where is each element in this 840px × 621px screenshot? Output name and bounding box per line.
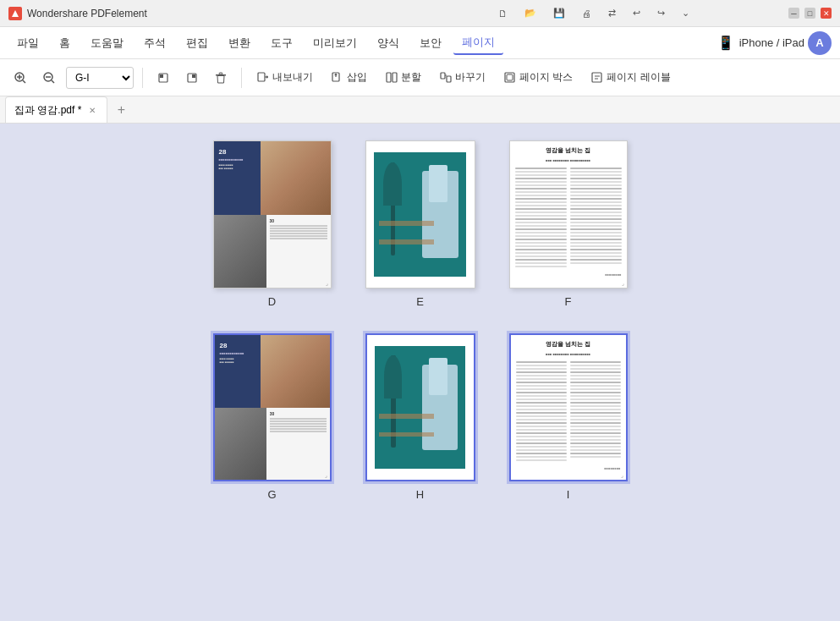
page-label-H: H [416,488,424,501]
svg-rect-13 [219,73,222,74]
page-thumb-G[interactable]: 28 ■■■■■■■■■■■■ ■■■■ ■■■■■ ■■■ ■■■■■■ 30 [213,333,332,481]
page-corner-G: ⌟ [325,472,327,478]
undo-btn[interactable]: ↩ [633,8,640,19]
menu-tools[interactable]: 도구 [262,32,301,54]
tab-label: 집과 영감.pdf * [14,103,81,118]
page-label-btn[interactable]: 페이지 레이블 [585,68,677,87]
page-thumb-H[interactable] [365,333,475,481]
page-h-image [375,346,465,469]
replace-btn[interactable]: 바꾸기 [433,68,492,87]
page-d-bottom-text: 30 [266,215,331,289]
page-g-top: 28 ■■■■■■■■■■■■ ■■■■ ■■■■■ ■■■ ■■■■■■ [215,335,330,408]
rotate-left-btn[interactable] [151,66,175,90]
page-label-G: G [267,488,276,501]
page-label-label: 페이지 레이블 [607,70,670,85]
page-item-G: 28 ■■■■■■■■■■■■ ■■■■ ■■■■■ ■■■ ■■■■■■ 30 [213,333,332,501]
menu-style[interactable]: 양식 [369,32,408,54]
menu-comment[interactable]: 주석 [135,32,174,54]
save-btn[interactable]: 💾 [553,8,565,19]
split-label: 분할 [401,70,421,85]
iphone-icon: 📱 [717,35,734,51]
insert-btn[interactable]: 삽입 [325,68,374,87]
split-btn[interactable]: 분할 [379,68,428,87]
page-item-I: 영감을 넘치는 집 ■■■ ■■■■■■■■ ■■■■■■■■■■ [509,333,628,501]
page-e-image [374,152,466,277]
svg-line-7 [52,80,54,83]
page-i-col2 [570,361,621,463]
page-row-2: 28 ■■■■■■■■■■■■ ■■■■ ■■■■■ ■■■ ■■■■■■ 30 [34,333,806,501]
page-label-D: D [268,295,276,308]
separator-2 [241,68,242,88]
menu-preview[interactable]: 미리보기 [305,32,365,54]
page-item-H: H [365,333,475,501]
page-f-signature: ■■■■■■■■ [515,272,622,277]
tab-main[interactable]: 집과 영감.pdf * ✕ [5,96,107,123]
page-i-title: 영감을 넘치는 집 [516,340,621,349]
menu-convert[interactable]: 변환 [220,32,259,54]
tab-add-btn[interactable]: + [111,100,131,120]
dropdown-btn[interactable]: ⌄ [682,8,689,19]
menu-edit[interactable]: 편집 [178,32,217,54]
insert-label: 삽입 [347,70,367,85]
page-item-D: 28 ■■■■■■■■■■■■ ■■■■ ■■■■■ ■■■ ■■■■■■ 30 [213,140,332,308]
minimize-btn[interactable]: ─ [788,8,799,19]
new-file-btn[interactable]: 🗋 [498,8,508,19]
page-d-top: 28 ■■■■■■■■■■■■ ■■■■ ■■■■■ ■■■ ■■■■■■ [214,141,331,215]
page-i-subtitle: ■■■ ■■■■■■■■ ■■■■■■■■■■ [516,352,621,356]
page-label-F: F [565,295,572,308]
page-thumb-D[interactable]: 28 ■■■■■■■■■■■■ ■■■■ ■■■■■ ■■■ ■■■■■■ 30 [213,140,332,289]
svg-rect-20 [387,73,391,82]
zoom-select[interactable]: G-I [66,67,134,89]
page-g-bottom: 30 [215,408,330,481]
page-thumb-F[interactable]: 영감을 넘치는 집 ■■■ ■■■■■■■■ ■■■■■■■■■■ [509,140,628,289]
svg-rect-14 [258,73,265,81]
page-d-bottom: 30 [214,215,331,289]
app-logo: Wondershare PDFelement [8,7,398,20]
extract-btn[interactable]: 내보내기 [250,68,320,87]
page-box-btn[interactable]: 페이지 박스 [497,68,579,87]
open-btn[interactable]: 📂 [524,8,536,19]
main-content: 28 ■■■■■■■■■■■■ ■■■■ ■■■■■ ■■■ ■■■■■■ 30 [0,124,840,621]
toolbar-actions: 🗋 📂 💾 🖨 ⇄ ↩ ↪ ⌄ [398,8,788,19]
menu-protect[interactable]: 보안 [411,32,450,54]
extract-label: 내보내기 [272,70,313,85]
delete-btn[interactable] [209,66,233,90]
svg-rect-11 [192,74,195,78]
redo-btn[interactable]: ↪ [657,8,665,19]
page-d-bottom-image [214,215,266,289]
zoom-out-btn[interactable] [37,66,61,90]
tab-close-btn[interactable]: ✕ [86,104,98,116]
page-corner-F: ⌟ [622,280,624,286]
page-f-col1 [515,168,567,269]
page-i-signature: ■■■■■■■■ [516,466,621,470]
close-btn[interactable]: ✕ [821,8,832,19]
page-f-title: 영감을 넘치는 집 [515,146,622,155]
page-label-E: E [416,295,424,308]
svg-rect-22 [441,73,445,79]
rotate-right-btn[interactable] [180,66,204,90]
share-btn[interactable]: ⇄ [608,8,616,19]
page-row-1: 28 ■■■■■■■■■■■■ ■■■■ ■■■■■ ■■■ ■■■■■■ 30 [34,140,806,308]
user-avatar[interactable]: A [808,31,832,55]
page-f-subtitle: ■■■ ■■■■■■■■ ■■■■■■■■■■ [515,158,622,162]
page-item-E: E [365,140,475,308]
menu-home[interactable]: 홈 [51,32,79,54]
svg-rect-26 [507,74,513,80]
page-i-col1 [516,361,567,463]
svg-marker-16 [266,75,268,79]
page-g-bottom-image [215,408,266,481]
page-corner-I: ⌟ [621,472,623,478]
menu-help[interactable]: 도움말 [82,32,132,54]
page-thumb-E[interactable] [365,140,475,289]
page-box-label: 페이지 박스 [519,70,573,85]
page-f-col2 [570,168,622,269]
menu-file[interactable]: 파일 [8,32,47,54]
maximize-btn[interactable]: □ [804,8,815,19]
page-corner-D: ⌟ [326,280,328,286]
menu-page[interactable]: 페이지 [453,31,503,55]
zoom-in-btn[interactable] [8,66,32,90]
iphone-ipad-button[interactable]: 📱 iPhone / iPad [717,35,804,51]
page-thumb-I[interactable]: 영감을 넘치는 집 ■■■ ■■■■■■■■ ■■■■■■■■■■ [509,333,628,481]
print-btn[interactable]: 🖨 [582,8,591,19]
toolbar: G-I 내보내기 삽입 분할 바꾸기 페이지 박스 페이지 레이블 [0,59,840,96]
